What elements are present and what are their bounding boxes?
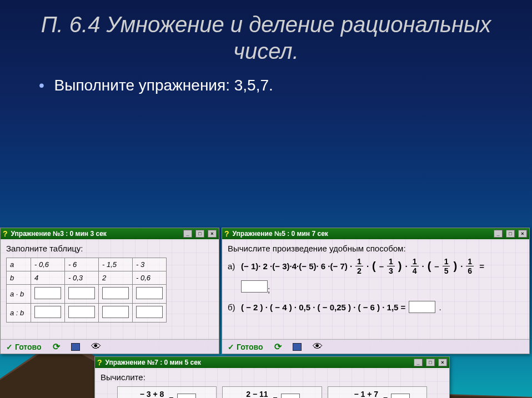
slide-bullet: Выполните упражнения: 3,5,7. [0, 70, 532, 104]
minimize-button[interactable]: _ [414, 359, 423, 366]
calculator-icon[interactable] [293, 343, 302, 351]
minimize-button[interactable]: _ [183, 230, 192, 238]
maximize-button[interactable]: □ [426, 359, 435, 366]
calc-cell: − 3 + 8− 5= [117, 386, 217, 398]
answer-input[interactable] [68, 287, 95, 299]
answer-input[interactable] [391, 394, 410, 399]
data-table: a - 0,6 - 6 - 1,5 - 3 b 4 - 0,3 2 - 0,6 … [6, 258, 167, 323]
ready-button[interactable]: Готово [6, 342, 42, 351]
titlebar[interactable]: ? Упражнение №5 : 0 мин 7 сек _ □ × [222, 228, 529, 239]
table-row: a · b [7, 285, 167, 304]
expression-b: б) ( − 2 ) · ( − 4 ) · 0,5 · ( − 0,25 ) … [228, 301, 524, 313]
answer-input[interactable] [281, 394, 300, 399]
instruction-text: Вычислите: [101, 372, 444, 382]
window-exercise-7: ? Упражнение №7 : 0 мин 5 сек _ □ × Вычи… [94, 356, 450, 398]
answer-input[interactable] [102, 287, 129, 299]
window-title: Упражнение №7 : 0 мин 5 сек [106, 359, 201, 366]
calc-cell: −− 1 + 73= [328, 386, 427, 398]
ready-button[interactable]: Готово [228, 342, 263, 351]
help-icon[interactable]: ? [3, 229, 8, 238]
window-exercise-3: ? Упражнение №3 : 0 мин 3 сек _ □ × Запо… [0, 228, 219, 354]
fraction: 12 [355, 258, 363, 275]
toolbar: Готово ⟳ 👁 [222, 339, 529, 354]
help-icon[interactable]: ? [97, 358, 102, 367]
answer-input[interactable] [34, 287, 61, 299]
instruction-text: Заполните таблицу: [6, 244, 213, 253]
fraction: − 3 + 8− 5 [138, 390, 166, 398]
calculator-icon[interactable] [71, 343, 80, 351]
expression-a: а) (− 1)· 2 ·(− 3)·4·(− 5)· 6 ·(− 7) · 1… [228, 258, 524, 275]
toolbar: Готово ⟳ 👁 [1, 339, 219, 354]
table-row: a : b [7, 304, 167, 323]
table-row: a - 0,6 - 6 - 1,5 - 3 [7, 258, 167, 271]
window-exercise-5: ? Упражнение №5 : 0 мин 7 сек _ □ × Вычи… [222, 228, 530, 354]
maximize-button[interactable]: □ [506, 230, 515, 238]
answer-input[interactable] [409, 301, 435, 313]
fraction: 2 − 11− 3 [244, 390, 269, 398]
fraction: − 1 + 73 [353, 390, 380, 398]
close-button[interactable]: × [438, 359, 447, 366]
titlebar[interactable]: ? Упражнение №7 : 0 мин 5 сек _ □ × [95, 357, 449, 368]
answer-input[interactable] [136, 306, 163, 318]
help-icon[interactable]: ? [224, 229, 229, 238]
window-title: Упражнение №5 : 0 мин 7 сек [233, 230, 328, 238]
eye-icon[interactable]: 👁 [91, 341, 101, 352]
refresh-icon[interactable]: ⟳ [53, 341, 60, 352]
slide-title: П. 6.4 Умножение и деление рациональных … [0, 0, 532, 70]
table-row: b 4 - 0,3 2 - 0,6 [7, 271, 167, 285]
close-button[interactable]: × [518, 230, 527, 238]
close-button[interactable]: × [208, 230, 217, 238]
instruction-text: Вычислите произведение удобным способом: [228, 244, 524, 253]
calc-cell: 2 − 11− 3= [222, 386, 322, 398]
window-title: Упражнение №3 : 0 мин 3 сек [11, 230, 107, 238]
answer-input[interactable] [136, 287, 163, 299]
answer-input[interactable] [68, 306, 95, 318]
maximize-button[interactable]: □ [195, 230, 204, 238]
answer-input[interactable] [241, 280, 268, 293]
calc-grid: − 3 + 8− 5=2 − 11− 3=−− 1 + 73=− 7 − 54=… [117, 386, 427, 398]
refresh-icon[interactable]: ⟳ [274, 341, 282, 352]
answer-input[interactable] [102, 306, 129, 318]
answer-input[interactable] [177, 394, 196, 399]
minimize-button[interactable]: _ [494, 230, 503, 238]
titlebar[interactable]: ? Упражнение №3 : 0 мин 3 сек _ □ × [1, 228, 219, 239]
eye-icon[interactable]: 👁 [313, 341, 323, 352]
answer-input[interactable] [34, 306, 61, 318]
